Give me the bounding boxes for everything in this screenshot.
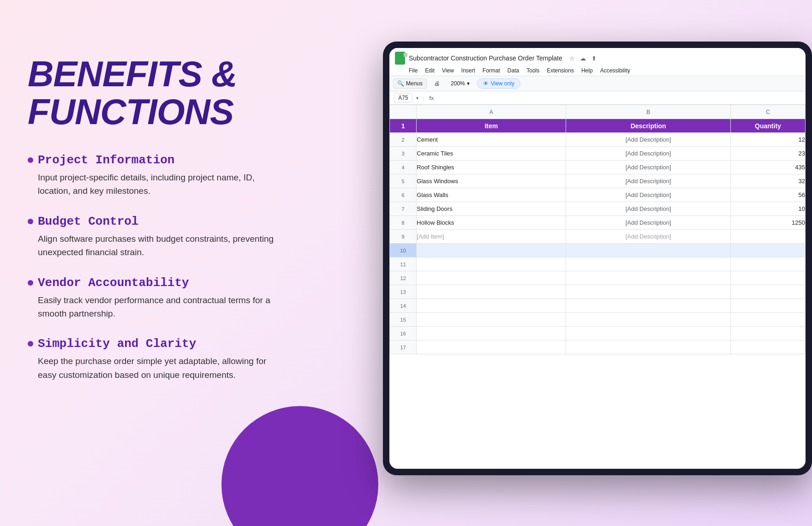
share-icon[interactable]: ⬆ — [590, 54, 598, 62]
menu-format[interactable]: Format — [483, 66, 500, 75]
menu-insert[interactable]: Insert — [461, 66, 475, 75]
desc-cell-6[interactable]: [Add Description] — [566, 188, 731, 202]
desc-cell-5[interactable]: [Add Description] — [566, 174, 731, 188]
benefit-title-simplicity-clarity: Simplicity and Clarity — [38, 337, 196, 351]
desc-cell-11[interactable] — [566, 257, 731, 271]
table-row: 2 Cement [Add Description] 12 — [390, 133, 806, 147]
desc-cell-16[interactable] — [566, 327, 731, 341]
row-num-11: 11 — [390, 257, 417, 271]
item-cell-15[interactable] — [417, 313, 566, 327]
row-num-9: 9 — [390, 230, 417, 244]
item-cell-17[interactable] — [417, 341, 566, 354]
view-only-label: View only — [491, 80, 514, 87]
sheets-menu-bar: File Edit View Insert Format Data Tools … — [409, 66, 800, 76]
zoom-button[interactable]: 200% ▾ — [447, 79, 473, 88]
qty-cell-8[interactable]: 1250 — [730, 216, 805, 230]
benefit-title-project-information: Project Information — [38, 153, 174, 167]
qty-cell-14[interactable] — [730, 299, 805, 313]
decorative-circle — [221, 406, 378, 526]
item-cell-4[interactable]: Roof Shingles — [417, 161, 566, 174]
menu-tools[interactable]: Tools — [526, 66, 539, 75]
desc-cell-10[interactable] — [566, 244, 731, 257]
qty-cell-3[interactable]: 23 — [730, 147, 805, 161]
col-header-c[interactable]: C — [730, 105, 805, 119]
desc-cell-4[interactable]: [Add Description] — [566, 161, 731, 174]
item-cell-14[interactable] — [417, 299, 566, 313]
star-icon[interactable]: ☆ — [568, 54, 576, 62]
qty-cell-2[interactable]: 12 — [730, 133, 805, 147]
cloud-icon[interactable]: ☁ — [579, 54, 587, 62]
google-sheets-logo-icon — [395, 52, 405, 65]
qty-cell-5[interactable]: 32 — [730, 174, 805, 188]
row-num-14: 14 — [390, 299, 417, 313]
desc-cell-8[interactable]: [Add Description] — [566, 216, 731, 230]
row-num-4: 4 — [390, 161, 417, 174]
menu-view[interactable]: View — [442, 66, 454, 75]
column-headers-row: A B C — [390, 105, 806, 119]
qty-cell-15[interactable] — [730, 313, 805, 327]
row-num-7: 7 — [390, 202, 417, 216]
benefit-desc-project-information: Input project-specific details, includin… — [28, 171, 286, 198]
desc-cell-17[interactable] — [566, 341, 731, 354]
desc-cell-12[interactable] — [566, 271, 731, 285]
qty-cell-13[interactable] — [730, 285, 805, 299]
item-cell-12[interactable] — [417, 271, 566, 285]
item-cell-16[interactable] — [417, 327, 566, 341]
col-header-a[interactable]: A — [417, 105, 566, 119]
desc-cell-14[interactable] — [566, 299, 731, 313]
sheets-toolbar: 🔍 Menus 🖨 200% ▾ 👁 View only — [389, 76, 806, 91]
qty-cell-6[interactable]: 56 — [730, 188, 805, 202]
desc-cell-13[interactable] — [566, 285, 731, 299]
desc-cell-2[interactable]: [Add Description] — [566, 133, 731, 147]
qty-cell-10[interactable] — [730, 244, 805, 257]
menu-edit[interactable]: Edit — [425, 66, 435, 75]
menu-data[interactable]: Data — [508, 66, 519, 75]
qty-cell-4[interactable]: 435 — [730, 161, 805, 174]
table-row-selected: 10 — [390, 244, 806, 257]
item-cell-8[interactable]: Hollow Blocks — [417, 216, 566, 230]
print-button[interactable]: 🖨 — [430, 79, 443, 88]
item-cell-11[interactable] — [417, 257, 566, 271]
view-only-button[interactable]: 👁 View only — [477, 78, 520, 89]
header-description-cell[interactable]: Description — [566, 119, 731, 133]
table-row: 13 — [390, 285, 806, 299]
desc-cell-15[interactable] — [566, 313, 731, 327]
menu-extensions[interactable]: Extensions — [547, 66, 574, 75]
row-num-6: 6 — [390, 188, 417, 202]
item-cell-5[interactable]: Glass Windows — [417, 174, 566, 188]
qty-cell-7[interactable]: 10 — [730, 202, 805, 216]
table-row: 4 Roof Shingles [Add Description] 435 — [390, 161, 806, 174]
desc-cell-7[interactable]: [Add Description] — [566, 202, 731, 216]
item-cell-10[interactable] — [417, 244, 566, 257]
desc-cell-9[interactable]: [Add Description] — [566, 230, 731, 244]
eye-icon: 👁 — [483, 80, 489, 87]
header-quantity-cell[interactable]: Quantity — [730, 119, 805, 133]
menus-button[interactable]: 🔍 Menus — [393, 78, 427, 89]
col-header-b[interactable]: B — [566, 105, 731, 119]
menu-help[interactable]: Help — [581, 66, 593, 75]
qty-cell-16[interactable] — [730, 327, 805, 341]
cell-reference[interactable]: A75 — [394, 93, 412, 102]
benefit-title-vendor-accountability: Vendor Accountability — [38, 276, 189, 290]
qty-cell-17[interactable] — [730, 341, 805, 354]
spreadsheet-header-row: 1 Item Description Quantity — [390, 119, 806, 133]
menu-file[interactable]: File — [409, 66, 418, 75]
qty-cell-11[interactable] — [730, 257, 805, 271]
benefit-item-simplicity-clarity: Simplicity and Clarity Keep the purchase… — [28, 337, 332, 382]
qty-cell-9[interactable] — [730, 230, 805, 244]
item-cell-2[interactable]: Cement — [417, 133, 566, 147]
item-cell-7[interactable]: Sliding Doors — [417, 202, 566, 216]
item-cell-3[interactable]: Ceramic Tiles — [417, 147, 566, 161]
item-cell-6[interactable]: Glass Walls — [417, 188, 566, 202]
benefit-heading: Vendor Accountability — [28, 276, 332, 290]
table-row: 9 [Add Item] [Add Description] — [390, 230, 806, 244]
menu-accessibility[interactable]: Accessibility — [600, 66, 630, 75]
qty-cell-12[interactable] — [730, 271, 805, 285]
item-cell-13[interactable] — [417, 285, 566, 299]
desc-cell-3[interactable]: [Add Description] — [566, 147, 731, 161]
sheets-header: Subcontractor Construction Purchase Orde… — [389, 48, 806, 76]
header-item-cell[interactable]: Item — [417, 119, 566, 133]
item-cell-9[interactable]: [Add Item] — [417, 230, 566, 244]
bullet-icon — [28, 280, 33, 286]
table-row: 16 — [390, 327, 806, 341]
